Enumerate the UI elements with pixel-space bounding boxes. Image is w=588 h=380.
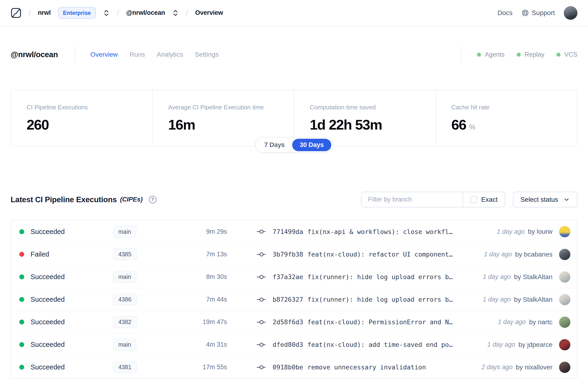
lifebuoy-icon <box>521 9 529 17</box>
support-link[interactable]: Support <box>521 9 555 17</box>
stat-unit: % <box>469 123 475 132</box>
branch-filter-group: Exact <box>361 192 505 208</box>
duration: 19m 47s <box>169 318 227 326</box>
exact-checkbox[interactable] <box>470 196 477 203</box>
git-commit-icon <box>257 364 267 371</box>
status-label: Succeeded <box>31 318 65 326</box>
stat-value: 1d 22h 53m <box>310 117 382 133</box>
cipe-table: Succeeded main 9m 29s 771499dafix(nx-api… <box>11 220 577 379</box>
status-label: Failed <box>31 250 49 258</box>
range-30-days[interactable]: 30 Days <box>292 139 331 151</box>
branch-badge[interactable]: 4386 <box>113 293 137 305</box>
author-avatar <box>559 294 570 305</box>
docs-link[interactable]: Docs <box>497 9 512 17</box>
time-ago: 2 days ago <box>481 363 512 371</box>
indicator-agents: Agents <box>477 51 505 58</box>
table-row[interactable]: Failed 4385 7m 13s 3b79fb38feat(nx-cloud… <box>11 243 577 266</box>
chevron-down-icon <box>563 196 570 203</box>
status-dot <box>19 365 24 370</box>
workspace-title: @nrwl/ocean <box>11 50 58 59</box>
duration: 8m 30s <box>169 273 227 281</box>
user-avatar[interactable] <box>564 6 577 20</box>
divider <box>461 47 461 62</box>
tab-analytics[interactable]: Analytics <box>157 51 183 58</box>
branch-badge[interactable]: 4381 <box>113 361 137 373</box>
org-switcher-chevron-icon[interactable] <box>103 9 110 17</box>
commit-message: feat(nx-cloud): refactor UI component… <box>307 251 453 258</box>
table-row[interactable]: Succeeded main 4m 31s dfed80d3feat(nx-cl… <box>11 333 577 356</box>
status-label: Succeeded <box>31 341 65 348</box>
table-row[interactable]: Succeeded 4382 19m 47s 2d58f6d3feat(nx-c… <box>11 311 577 333</box>
author-avatar <box>559 271 570 283</box>
duration: 17m 55s <box>169 363 227 371</box>
range-7-days[interactable]: 7 Days <box>257 139 292 151</box>
duration: 9m 29s <box>169 228 227 235</box>
branch-badge[interactable]: main <box>113 339 136 351</box>
author: by StalkAltan <box>514 296 552 303</box>
git-commit-icon <box>257 251 267 258</box>
breadcrumb-separator: / <box>186 8 188 18</box>
commit-hash: dfed80d3 <box>273 341 303 348</box>
git-commit-icon <box>257 319 267 325</box>
breadcrumb: / nrwl Enterprise / @nrwl/ocean / Overvi… <box>11 7 223 19</box>
time-ago: 1 day ago <box>498 318 526 326</box>
workspace-name[interactable]: @nrwl/ocean <box>126 9 165 17</box>
indicator-replay: Replay <box>517 51 544 58</box>
table-row[interactable]: Succeeded 4386 7m 44s b8726327fix(runner… <box>11 288 577 311</box>
help-icon[interactable]: ? <box>149 196 156 203</box>
commit-message: fix(runner): hide log upload errors b… <box>307 296 453 303</box>
time-ago: 1 day ago <box>484 251 512 258</box>
status-label: Succeeded <box>31 363 65 371</box>
nx-cloud-logo[interactable] <box>11 7 21 19</box>
exact-label: Exact <box>481 196 498 203</box>
table-row[interactable]: Succeeded main 8m 30s f37a32aefix(runner… <box>11 266 577 288</box>
author-avatar <box>559 339 570 350</box>
author-avatar <box>559 317 570 328</box>
commit-message: fix(runner): hide log upload errors b… <box>307 273 453 281</box>
stat-cache-hit-rate: Cache hit rate 66 % <box>435 90 577 146</box>
status-dot <box>19 274 24 279</box>
branch-badge[interactable]: 4382 <box>113 316 137 328</box>
commit-hash: b8726327 <box>273 296 303 303</box>
author-avatar <box>559 226 570 237</box>
status-label: Succeeded <box>31 296 65 303</box>
select-status-dropdown[interactable]: Select status <box>513 192 577 208</box>
git-commit-icon <box>257 228 267 235</box>
divider <box>75 47 75 62</box>
status-dot <box>477 53 481 57</box>
commit-message: feat(nx-cloud): add time-saved end po… <box>307 341 453 348</box>
time-ago: 1 day ago <box>483 296 511 303</box>
section-title-suffix: (CIPEs) <box>120 196 143 203</box>
stat-ci-pipeline-executions: CI Pipeline Executions 260 <box>11 90 152 146</box>
stats-cards: CI Pipeline Executions 260 Average CI Pi… <box>11 90 577 147</box>
commit-message: feat(nx-cloud): PermissionError and N… <box>307 318 453 326</box>
breadcrumb-separator: / <box>29 8 31 18</box>
tab-overview[interactable]: Overview <box>90 51 118 58</box>
indicator-vcs: VCS <box>556 51 577 58</box>
author: by bcabanes <box>515 251 552 258</box>
branch-badge[interactable]: 4385 <box>113 248 137 260</box>
commit-hash: 3b79fb38 <box>273 251 303 258</box>
commit-message: remove unnecessary invalidation <box>307 363 426 371</box>
branch-badge[interactable]: main <box>113 271 136 283</box>
workspace-switcher-chevron-icon[interactable] <box>172 9 179 17</box>
branch-filter-input[interactable] <box>361 192 463 207</box>
tab-runs[interactable]: Runs <box>130 51 145 58</box>
time-ago: 1 day ago <box>483 273 511 281</box>
author-avatar <box>559 249 570 260</box>
exact-toggle[interactable]: Exact <box>463 192 505 207</box>
breadcrumb-separator: / <box>117 8 119 18</box>
commit-message: fix(nx-api & workflows): close workfl… <box>307 228 453 235</box>
date-range-toggle: 7 Days 30 Days <box>255 137 333 153</box>
branch-badge[interactable]: main <box>113 226 136 238</box>
duration: 7m 13s <box>169 251 227 258</box>
tab-settings[interactable]: Settings <box>195 51 219 58</box>
status-dot <box>19 229 24 234</box>
time-ago: 1 day ago <box>487 341 515 348</box>
table-row[interactable]: Succeeded 4381 17m 55s 0918b0beremove un… <box>11 356 577 378</box>
section-title: Latest CI Pipeline Executions <box>11 195 117 204</box>
status-dot <box>19 252 24 257</box>
enterprise-badge: Enterprise <box>58 7 96 19</box>
org-name[interactable]: nrwl <box>38 9 51 17</box>
table-row[interactable]: Succeeded main 9m 29s 771499dafix(nx-api… <box>11 220 577 243</box>
